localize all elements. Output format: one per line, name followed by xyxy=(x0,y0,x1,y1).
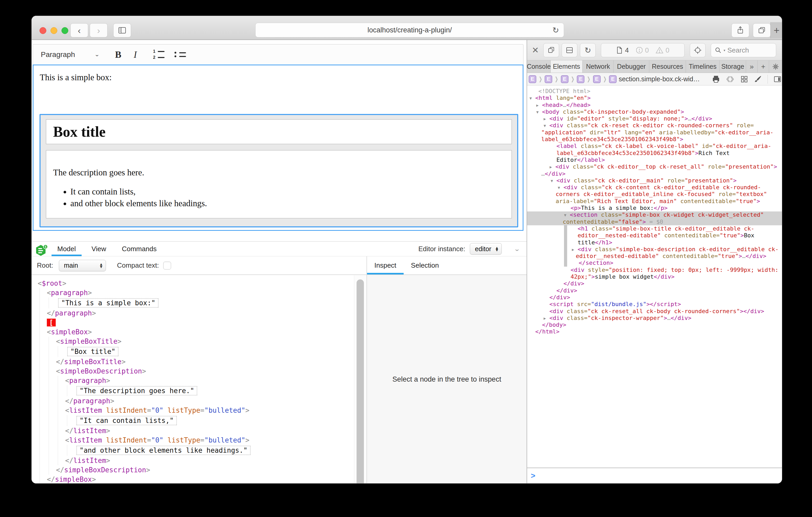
settings-gear-icon[interactable] xyxy=(769,60,782,73)
element-badge[interactable]: E xyxy=(577,75,584,83)
list-item[interactable]: and other block elements like headings. xyxy=(70,199,504,208)
tab-view[interactable]: View xyxy=(86,242,112,256)
dom-line[interactable]: ▼<div class="ck ck-content ck-editor__ed… xyxy=(527,184,782,191)
forward-button[interactable]: › xyxy=(90,23,108,37)
back-button[interactable]: ‹ xyxy=(70,23,88,37)
model-tag-line[interactable]: </simpleBox> xyxy=(32,475,354,484)
collapse-node-icon[interactable]: ▼ xyxy=(564,212,567,218)
model-tag-line[interactable]: </simpleBoxTitle> xyxy=(32,357,354,366)
dom-line[interactable]: …</div> xyxy=(527,171,782,177)
editor-paragraph[interactable]: This is a simple box: xyxy=(40,73,523,82)
share-button[interactable] xyxy=(731,23,749,37)
address-bar[interactable]: localhost/creating-a-plugin/ ↻ xyxy=(255,23,564,37)
model-tree-scrollbar[interactable] xyxy=(354,275,367,484)
dom-line[interactable]: <div class="ck ck-reset_all ck-body ck-r… xyxy=(527,308,782,315)
collapse-node-icon[interactable]: ▼ xyxy=(551,178,553,184)
dom-line[interactable]: ▼<div class="ck ck-editor__main" role="p… xyxy=(527,177,782,184)
dom-line[interactable]: Editor</label> xyxy=(527,157,782,163)
simple-box-title[interactable]: Box title xyxy=(46,119,512,144)
sidebar-button[interactable] xyxy=(113,23,131,37)
model-tag-line[interactable]: <simpleBoxTitle> xyxy=(32,337,354,346)
dom-line[interactable]: editor__nested-editable" contenteditable… xyxy=(527,253,782,260)
minimize-window-button[interactable] xyxy=(51,27,57,34)
page-reload-icon[interactable]: ↻ xyxy=(552,26,559,35)
model-text-node[interactable]: "Box title" xyxy=(32,346,354,357)
model-tag-line[interactable]: <paragraph> xyxy=(32,376,354,385)
dom-line[interactable]: </body> xyxy=(527,322,782,328)
rich-text-editor[interactable]: This is a simple box: Box title The desc… xyxy=(33,65,523,231)
element-badge[interactable]: E xyxy=(529,75,536,83)
dom-line[interactable]: aria-label="Rich Text Editor, main" cont… xyxy=(527,198,782,205)
maximize-window-button[interactable] xyxy=(61,27,68,34)
simple-box-description[interactable]: The description goes here. It can contai… xyxy=(46,150,512,218)
dom-line[interactable]: </section> xyxy=(527,260,782,266)
model-text-node[interactable]: "This is a simple box:" xyxy=(32,298,354,308)
expand-node-icon[interactable]: ▶ xyxy=(536,102,539,109)
model-text-node[interactable]: "and other block elements like headings.… xyxy=(32,445,354,456)
list-item[interactable]: It can contain lists, xyxy=(70,187,504,196)
dom-line[interactable]: ▶<div class="ck ck-editor__top ck-reset_… xyxy=(527,163,782,170)
dom-line[interactable]: </div> xyxy=(527,294,782,301)
more-tabs-icon[interactable]: » xyxy=(746,60,758,73)
expand-node-icon[interactable]: ▶ xyxy=(550,163,552,171)
tab-elements[interactable]: Elements xyxy=(551,60,583,73)
code-brackets-icon[interactable] xyxy=(726,75,734,83)
dom-line[interactable]: ▼<section class="simple-box ck-widget ck… xyxy=(527,211,782,218)
dom-line[interactable]: corners ck-editor__editable_inline ck-fo… xyxy=(527,191,782,197)
model-tag-line[interactable]: <paragraph> xyxy=(32,288,354,298)
box-description-text[interactable]: The description goes here. xyxy=(53,168,504,178)
model-tag-line[interactable]: <simpleBoxDescription> xyxy=(32,366,354,376)
dom-line[interactable]: </div> xyxy=(527,280,782,287)
dom-line[interactable]: </div> xyxy=(527,287,782,294)
paragraph-dropdown[interactable]: Paragraph xyxy=(41,51,75,59)
console-prompt[interactable]: > xyxy=(527,468,782,484)
dom-line[interactable]: "application" dir="ltr" lang="en" aria-l… xyxy=(527,129,782,136)
dom-line[interactable]: <script src="dist/bundle.js"></script> xyxy=(527,301,782,308)
simple-box-widget[interactable]: Box title The description goes here. It … xyxy=(39,114,518,227)
model-tag-line[interactable]: </simpleBoxDescription> xyxy=(32,465,354,475)
details-sidebar-icon[interactable] xyxy=(774,75,781,83)
tab-model[interactable]: Model xyxy=(52,242,82,256)
dock-side-button[interactable] xyxy=(543,43,559,57)
grid-view-icon[interactable] xyxy=(740,75,748,83)
dom-line[interactable]: <p>This is a simple box:</p> xyxy=(527,205,782,211)
dom-line[interactable]: ▶<div id="editor" style="display: none;"… xyxy=(527,115,782,122)
tab-commands[interactable]: Commands xyxy=(116,242,163,256)
collapse-inspector-icon[interactable]: ⌄ xyxy=(514,245,520,252)
collapse-node-icon[interactable]: ▼ xyxy=(536,109,539,116)
frames-issues-group[interactable]: 4 0 0 xyxy=(601,43,685,57)
dom-line[interactable]: <h1 class="simple-box-title ck-editor__e… xyxy=(527,225,782,232)
expand-node-icon[interactable]: ▶ xyxy=(572,246,574,253)
tab-inspect[interactable]: Inspect xyxy=(367,256,404,274)
model-tag-line[interactable]: </paragraph> xyxy=(32,308,354,318)
print-icon[interactable] xyxy=(712,75,720,83)
dom-line[interactable]: <div style="position: fixed; top: 0px; l… xyxy=(527,267,782,273)
numbered-list-button[interactable]: 1 2 xyxy=(153,44,165,65)
model-tag-line[interactable]: </listItem> xyxy=(32,456,354,465)
expand-node-icon[interactable]: ▶ xyxy=(544,315,546,322)
collapse-node-icon[interactable]: ▼ xyxy=(558,184,560,191)
tab-selection[interactable]: Selection xyxy=(404,256,446,274)
reload-page-button[interactable]: ↻ xyxy=(580,43,596,57)
model-tag-line[interactable]: </paragraph> xyxy=(32,396,354,406)
editor-instance-select[interactable]: editor ▲▼ xyxy=(470,243,501,254)
italic-button[interactable]: I xyxy=(127,44,143,65)
dom-line[interactable]: ▼<html lang="en"> xyxy=(527,95,782,101)
new-tab-button[interactable]: + xyxy=(771,22,782,38)
element-badge[interactable]: E xyxy=(561,75,569,83)
root-select[interactable]: main ▲▼ xyxy=(59,260,106,271)
model-text-node[interactable]: "It can contain lists," xyxy=(32,415,354,426)
dom-line[interactable]: ▶<head>…</head> xyxy=(527,102,782,109)
breadcrumb-current[interactable]: section.simple-box.ck-wid… xyxy=(619,75,700,83)
collapse-node-icon[interactable]: ▼ xyxy=(529,95,532,102)
close-window-button[interactable] xyxy=(39,27,46,34)
element-badge[interactable]: E xyxy=(545,75,552,83)
dom-line[interactable]: contenteditable="false"> = $0 xyxy=(527,218,782,225)
model-tag-line[interactable]: <listItem listIndent="0" listType="bulle… xyxy=(32,435,354,445)
chevron-down-icon[interactable]: ⌄ xyxy=(94,52,100,57)
dom-line[interactable]: <label class="ck ck-label ck-voice-label… xyxy=(527,143,782,150)
tab-timelines[interactable]: Timelines xyxy=(686,60,720,73)
model-tag-line[interactable]: </listItem> xyxy=(32,426,354,435)
dom-line[interactable]: label_e63cbbfece34c53ce23501062343f49b8"… xyxy=(527,136,782,143)
element-badge[interactable]: E xyxy=(609,75,616,83)
